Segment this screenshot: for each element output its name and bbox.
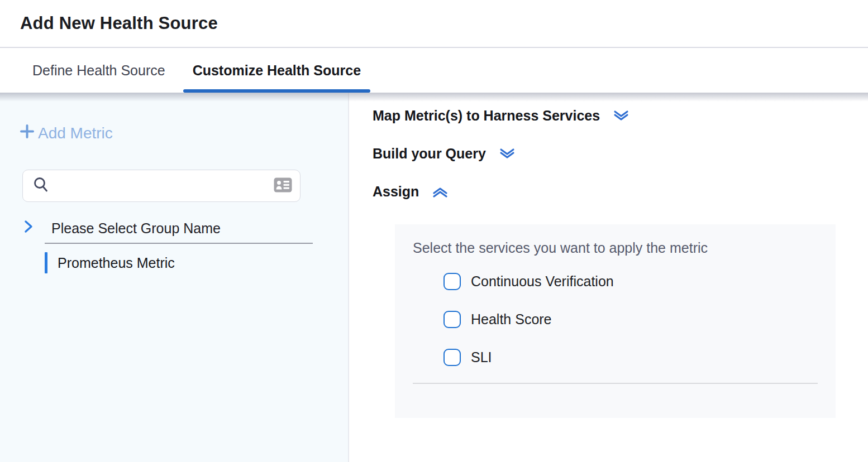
metric-item-prometheus[interactable]: Prometheus Metric: [45, 252, 175, 273]
customize-health-source-panel: Map Metric(s) to Harness Services Build …: [349, 93, 868, 462]
app-window: Add New Health Source Define Health Sour…: [0, 0, 868, 462]
metrics-sidebar: Add Metric: [0, 93, 349, 462]
chevron-up-icon[interactable]: [431, 186, 449, 198]
metric-search-box: [22, 170, 301, 202]
checkbox-sli[interactable]: [443, 349, 461, 366]
tab-customize-health-source[interactable]: Customize Health Source: [193, 48, 361, 93]
section-label: Map Metric(s) to Harness Services: [373, 108, 600, 124]
option-continuous-verification[interactable]: Continuous Verification: [443, 272, 614, 290]
page-title: Add New Health Source: [20, 13, 218, 33]
chevron-right-icon[interactable]: [22, 219, 35, 238]
checkbox-continuous-verification[interactable]: [443, 273, 461, 290]
search-icon: [33, 176, 49, 195]
page-header: Add New Health Source: [0, 0, 868, 48]
option-label: Health Score: [461, 311, 552, 328]
chevron-down-icon[interactable]: [612, 110, 630, 122]
add-metric-label: Add Metric: [38, 124, 113, 142]
tab-define-health-source[interactable]: Define Health Source: [32, 48, 165, 93]
checkbox-health-score[interactable]: [443, 311, 461, 328]
tab-bar: Define Health Source Customize Health So…: [0, 48, 868, 93]
group-name-label: Please Select Group Name: [51, 220, 221, 237]
chevron-down-icon[interactable]: [498, 148, 516, 160]
section-build-your-query[interactable]: Build your Query: [373, 146, 516, 162]
content-area: Add Metric: [0, 93, 868, 462]
assign-options: Continuous Verification Health Score SLI: [443, 272, 614, 386]
option-label: Continuous Verification: [461, 273, 614, 290]
option-health-score[interactable]: Health Score: [443, 310, 614, 328]
metric-item-label: Prometheus Metric: [47, 255, 175, 271]
option-label: SLI: [461, 349, 492, 365]
section-label: Assign: [373, 184, 419, 200]
section-map-metrics-to-harness-services[interactable]: Map Metric(s) to Harness Services: [373, 108, 630, 124]
group-divider: [45, 243, 313, 244]
plus-icon: [18, 123, 36, 144]
option-sli[interactable]: SLI: [443, 348, 614, 366]
search-input[interactable]: [54, 179, 268, 194]
section-label: Build your Query: [373, 146, 486, 162]
panel-divider: [413, 383, 818, 384]
section-assign[interactable]: Assign: [373, 184, 449, 200]
add-metric-button[interactable]: Add Metric: [18, 123, 113, 144]
assign-panel: Select the services you want to apply th…: [395, 224, 836, 418]
assign-prompt: Select the services you want to apply th…: [413, 240, 708, 256]
group-name-row[interactable]: Please Select Group Name: [22, 219, 221, 238]
contact-card-icon[interactable]: [274, 177, 292, 195]
